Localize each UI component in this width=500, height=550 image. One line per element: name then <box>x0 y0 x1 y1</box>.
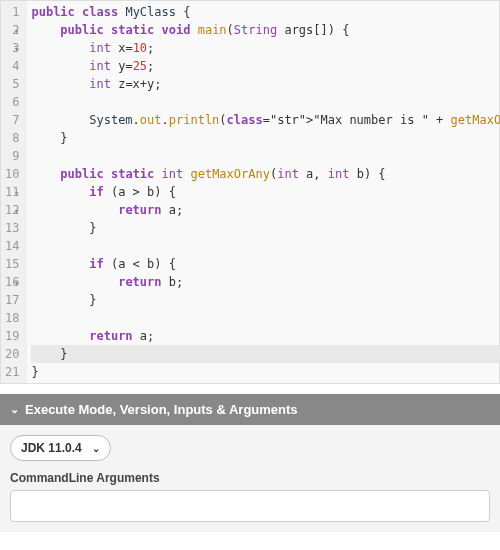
code-line[interactable] <box>31 237 500 255</box>
gutter-line: 5 <box>5 75 19 93</box>
code-line[interactable]: if (a > b) { <box>31 183 500 201</box>
gutter-line: 1 ▾ <box>5 3 19 21</box>
gutter-line: 17 <box>5 291 19 309</box>
code-line[interactable]: return a; <box>31 201 500 219</box>
gutter-line: 21 <box>5 363 19 381</box>
gutter-line: 20 <box>5 345 19 363</box>
panel-title: Execute Mode, Version, Inputs & Argument… <box>25 402 298 417</box>
gutter-line: 19 <box>5 327 19 345</box>
gutter-line: 10 ▾ <box>5 165 19 183</box>
gutter-line: 16 <box>5 273 19 291</box>
gutter-line: 9 <box>5 147 19 165</box>
cmdline-label: CommandLine Arguments <box>10 471 490 485</box>
gutter-line: 18 <box>5 309 19 327</box>
code-line[interactable]: int z=x+y; <box>31 75 500 93</box>
code-line[interactable]: System.out.println(class="str">"Max numb… <box>31 111 500 129</box>
code-line[interactable]: } <box>31 345 500 363</box>
code-line[interactable]: } <box>31 219 500 237</box>
gutter-line: 14 <box>5 237 19 255</box>
gutter-line: 2 ▾ <box>5 21 19 39</box>
gutter-line: 11 ▾ <box>5 183 19 201</box>
code-line[interactable]: } <box>31 363 500 381</box>
code-line[interactable]: return b; <box>31 273 500 291</box>
code-editor[interactable]: 1 ▾2 ▾3 4 5 6 7 8 9 10 ▾11 ▾12 13 14 15 … <box>0 0 500 384</box>
code-line[interactable]: int y=25; <box>31 57 500 75</box>
code-line[interactable]: public static void main(String args[]) { <box>31 21 500 39</box>
code-line[interactable]: public class MyClass { <box>31 3 500 21</box>
execute-panel-body: JDK 11.0.4 ⌄ CommandLine Arguments <box>0 425 500 532</box>
code-line[interactable]: if (a < b) { <box>31 255 500 273</box>
code-line[interactable] <box>31 309 500 327</box>
gutter-line: 15 ▾ <box>5 255 19 273</box>
gutter-line: 4 <box>5 57 19 75</box>
jdk-version-dropdown[interactable]: JDK 11.0.4 ⌄ <box>10 435 111 461</box>
cmdline-input[interactable] <box>10 490 490 522</box>
code-line[interactable] <box>31 93 500 111</box>
execute-panel-header[interactable]: ⌄ Execute Mode, Version, Inputs & Argume… <box>0 394 500 425</box>
code-line[interactable]: } <box>31 129 500 147</box>
jdk-version-label: JDK 11.0.4 <box>21 441 82 455</box>
gutter-line: 13 <box>5 219 19 237</box>
fold-icon[interactable] <box>11 382 19 400</box>
caret-down-icon: ⌄ <box>92 443 100 454</box>
gutter-line: 3 <box>5 39 19 57</box>
gutter-line: 6 <box>5 93 19 111</box>
line-gutter: 1 ▾2 ▾3 4 5 6 7 8 9 10 ▾11 ▾12 13 14 15 … <box>1 1 27 383</box>
gutter-line: 12 <box>5 201 19 219</box>
code-line[interactable] <box>31 147 500 165</box>
code-line[interactable]: int x=10; <box>31 39 500 57</box>
code-area[interactable]: public class MyClass { public static voi… <box>27 1 500 383</box>
code-line[interactable]: return a; <box>31 327 500 345</box>
chevron-down-icon: ⌄ <box>10 403 19 416</box>
gutter-line: 8 <box>5 129 19 147</box>
code-line[interactable]: public static int getMaxOrAny(int a, int… <box>31 165 500 183</box>
gutter-line: 7 <box>5 111 19 129</box>
code-line[interactable]: } <box>31 291 500 309</box>
